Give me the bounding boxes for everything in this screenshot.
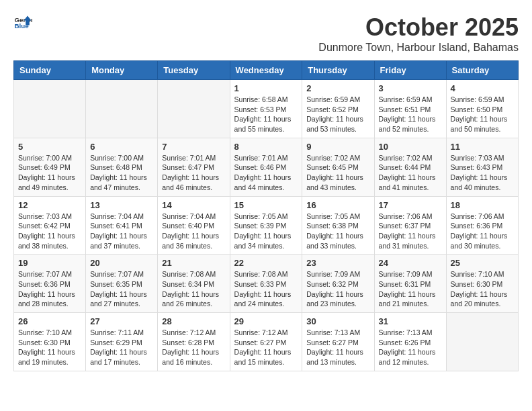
day-number: 17 bbox=[379, 200, 442, 210]
calendar-cell bbox=[86, 80, 158, 138]
day-info: Sunrise: 7:00 AM Sunset: 6:48 PM Dayligh… bbox=[90, 153, 153, 193]
calendar-cell: 6Sunrise: 7:00 AM Sunset: 6:48 PM Daylig… bbox=[86, 138, 158, 196]
calendar-cell: 27Sunrise: 7:11 AM Sunset: 6:29 PM Dayli… bbox=[86, 313, 158, 371]
day-number: 27 bbox=[90, 316, 153, 326]
calendar-cell: 19Sunrise: 7:07 AM Sunset: 6:36 PM Dayli… bbox=[14, 255, 86, 313]
calendar-cell: 13Sunrise: 7:04 AM Sunset: 6:41 PM Dayli… bbox=[86, 196, 158, 255]
day-number: 31 bbox=[379, 316, 442, 326]
calendar-cell: 21Sunrise: 7:08 AM Sunset: 6:34 PM Dayli… bbox=[158, 255, 230, 313]
day-info: Sunrise: 7:12 AM Sunset: 6:28 PM Dayligh… bbox=[162, 328, 225, 367]
day-number: 28 bbox=[162, 316, 225, 326]
calendar-cell: 22Sunrise: 7:08 AM Sunset: 6:33 PM Dayli… bbox=[230, 255, 302, 313]
calendar-cell: 31Sunrise: 7:13 AM Sunset: 6:26 PM Dayli… bbox=[374, 313, 446, 371]
day-info: Sunrise: 7:02 AM Sunset: 6:44 PM Dayligh… bbox=[379, 153, 442, 193]
calendar-cell: 9Sunrise: 7:02 AM Sunset: 6:45 PM Daylig… bbox=[302, 138, 374, 196]
day-of-week-header: Wednesday bbox=[230, 61, 302, 80]
day-info: Sunrise: 7:13 AM Sunset: 6:27 PM Dayligh… bbox=[306, 328, 369, 367]
calendar-week-row: 12Sunrise: 7:03 AM Sunset: 6:42 PM Dayli… bbox=[14, 196, 519, 255]
day-of-week-header: Thursday bbox=[302, 61, 374, 80]
calendar-cell: 1Sunrise: 6:58 AM Sunset: 6:53 PM Daylig… bbox=[230, 80, 302, 138]
day-info: Sunrise: 7:08 AM Sunset: 6:34 PM Dayligh… bbox=[162, 269, 225, 309]
calendar-cell: 17Sunrise: 7:06 AM Sunset: 6:37 PM Dayli… bbox=[374, 196, 446, 255]
day-number: 22 bbox=[234, 258, 298, 268]
day-number: 21 bbox=[162, 258, 225, 268]
day-info: Sunrise: 7:13 AM Sunset: 6:26 PM Dayligh… bbox=[379, 328, 442, 367]
day-number: 29 bbox=[234, 316, 298, 326]
day-info: Sunrise: 7:11 AM Sunset: 6:29 PM Dayligh… bbox=[90, 328, 153, 367]
calendar-cell bbox=[14, 80, 86, 138]
day-number: 7 bbox=[162, 142, 225, 152]
calendar-week-row: 26Sunrise: 7:10 AM Sunset: 6:30 PM Dayli… bbox=[14, 313, 519, 371]
day-number: 6 bbox=[90, 142, 153, 152]
day-info: Sunrise: 7:09 AM Sunset: 6:32 PM Dayligh… bbox=[306, 269, 369, 309]
calendar-week-row: 5Sunrise: 7:00 AM Sunset: 6:49 PM Daylig… bbox=[14, 138, 519, 196]
day-info: Sunrise: 7:04 AM Sunset: 6:41 PM Dayligh… bbox=[90, 212, 153, 251]
day-number: 15 bbox=[234, 200, 298, 210]
calendar-cell bbox=[446, 313, 518, 371]
day-number: 23 bbox=[306, 258, 369, 268]
day-info: Sunrise: 7:03 AM Sunset: 6:42 PM Dayligh… bbox=[18, 212, 81, 251]
calendar-cell: 26Sunrise: 7:10 AM Sunset: 6:30 PM Dayli… bbox=[14, 313, 86, 371]
day-info: Sunrise: 7:00 AM Sunset: 6:49 PM Dayligh… bbox=[18, 153, 81, 193]
day-info: Sunrise: 7:07 AM Sunset: 6:36 PM Dayligh… bbox=[18, 269, 81, 309]
day-info: Sunrise: 7:08 AM Sunset: 6:33 PM Dayligh… bbox=[234, 269, 298, 309]
day-number: 9 bbox=[306, 142, 369, 152]
calendar-cell: 5Sunrise: 7:00 AM Sunset: 6:49 PM Daylig… bbox=[14, 138, 86, 196]
day-number: 18 bbox=[451, 200, 514, 210]
day-info: Sunrise: 7:05 AM Sunset: 6:38 PM Dayligh… bbox=[306, 212, 369, 251]
calendar-cell: 29Sunrise: 7:12 AM Sunset: 6:27 PM Dayli… bbox=[230, 313, 302, 371]
calendar-cell: 4Sunrise: 6:59 AM Sunset: 6:50 PM Daylig… bbox=[446, 80, 518, 138]
day-number: 24 bbox=[379, 258, 442, 268]
day-of-week-header: Tuesday bbox=[158, 61, 230, 80]
day-info: Sunrise: 7:01 AM Sunset: 6:46 PM Dayligh… bbox=[234, 153, 298, 193]
calendar-week-row: 19Sunrise: 7:07 AM Sunset: 6:36 PM Dayli… bbox=[14, 255, 519, 313]
page-header: General Blue October 2025 Dunmore Town, … bbox=[13, 13, 519, 54]
calendar-cell: 12Sunrise: 7:03 AM Sunset: 6:42 PM Dayli… bbox=[14, 196, 86, 255]
calendar-cell: 8Sunrise: 7:01 AM Sunset: 6:46 PM Daylig… bbox=[230, 138, 302, 196]
day-number: 3 bbox=[379, 83, 442, 93]
day-of-week-header: Sunday bbox=[14, 61, 86, 80]
day-number: 8 bbox=[234, 142, 298, 152]
day-info: Sunrise: 7:12 AM Sunset: 6:27 PM Dayligh… bbox=[234, 328, 298, 367]
day-info: Sunrise: 7:03 AM Sunset: 6:43 PM Dayligh… bbox=[451, 153, 514, 193]
calendar-cell: 30Sunrise: 7:13 AM Sunset: 6:27 PM Dayli… bbox=[302, 313, 374, 371]
day-number: 13 bbox=[90, 200, 153, 210]
day-info: Sunrise: 7:09 AM Sunset: 6:31 PM Dayligh… bbox=[379, 269, 442, 309]
calendar-header-row: SundayMondayTuesdayWednesdayThursdayFrid… bbox=[14, 61, 519, 80]
day-number: 19 bbox=[18, 258, 81, 268]
day-info: Sunrise: 7:01 AM Sunset: 6:47 PM Dayligh… bbox=[162, 153, 225, 193]
title-block: October 2025 Dunmore Town, Harbour Islan… bbox=[318, 13, 519, 54]
calendar-table: SundayMondayTuesdayWednesdayThursdayFrid… bbox=[13, 60, 519, 371]
day-of-week-header: Saturday bbox=[446, 61, 518, 80]
logo-icon: General Blue bbox=[13, 13, 32, 32]
calendar-cell: 16Sunrise: 7:05 AM Sunset: 6:38 PM Dayli… bbox=[302, 196, 374, 255]
calendar-cell: 10Sunrise: 7:02 AM Sunset: 6:44 PM Dayli… bbox=[374, 138, 446, 196]
calendar-cell: 11Sunrise: 7:03 AM Sunset: 6:43 PM Dayli… bbox=[446, 138, 518, 196]
day-of-week-header: Monday bbox=[86, 61, 158, 80]
day-info: Sunrise: 6:59 AM Sunset: 6:52 PM Dayligh… bbox=[306, 95, 369, 134]
calendar-cell: 3Sunrise: 6:59 AM Sunset: 6:51 PM Daylig… bbox=[374, 80, 446, 138]
day-number: 25 bbox=[451, 258, 514, 268]
day-info: Sunrise: 7:02 AM Sunset: 6:45 PM Dayligh… bbox=[306, 153, 369, 193]
day-info: Sunrise: 7:07 AM Sunset: 6:35 PM Dayligh… bbox=[90, 269, 153, 309]
day-number: 26 bbox=[18, 316, 81, 326]
calendar-cell: 23Sunrise: 7:09 AM Sunset: 6:32 PM Dayli… bbox=[302, 255, 374, 313]
day-info: Sunrise: 7:06 AM Sunset: 6:36 PM Dayligh… bbox=[451, 212, 514, 251]
calendar-cell: 14Sunrise: 7:04 AM Sunset: 6:40 PM Dayli… bbox=[158, 196, 230, 255]
day-of-week-header: Friday bbox=[374, 61, 446, 80]
day-number: 16 bbox=[306, 200, 369, 210]
day-number: 2 bbox=[306, 83, 369, 93]
day-info: Sunrise: 7:05 AM Sunset: 6:39 PM Dayligh… bbox=[234, 212, 298, 251]
calendar-cell bbox=[158, 80, 230, 138]
day-info: Sunrise: 7:04 AM Sunset: 6:40 PM Dayligh… bbox=[162, 212, 225, 251]
day-number: 12 bbox=[18, 200, 81, 210]
calendar-cell: 18Sunrise: 7:06 AM Sunset: 6:36 PM Dayli… bbox=[446, 196, 518, 255]
calendar-cell: 2Sunrise: 6:59 AM Sunset: 6:52 PM Daylig… bbox=[302, 80, 374, 138]
location-subtitle: Dunmore Town, Harbour Island, Bahamas bbox=[318, 42, 519, 54]
calendar-cell: 15Sunrise: 7:05 AM Sunset: 6:39 PM Dayli… bbox=[230, 196, 302, 255]
day-info: Sunrise: 6:59 AM Sunset: 6:51 PM Dayligh… bbox=[379, 95, 442, 134]
logo: General Blue bbox=[13, 13, 32, 32]
calendar-week-row: 1Sunrise: 6:58 AM Sunset: 6:53 PM Daylig… bbox=[14, 80, 519, 138]
day-info: Sunrise: 7:10 AM Sunset: 6:30 PM Dayligh… bbox=[18, 328, 81, 367]
day-number: 11 bbox=[451, 142, 514, 152]
